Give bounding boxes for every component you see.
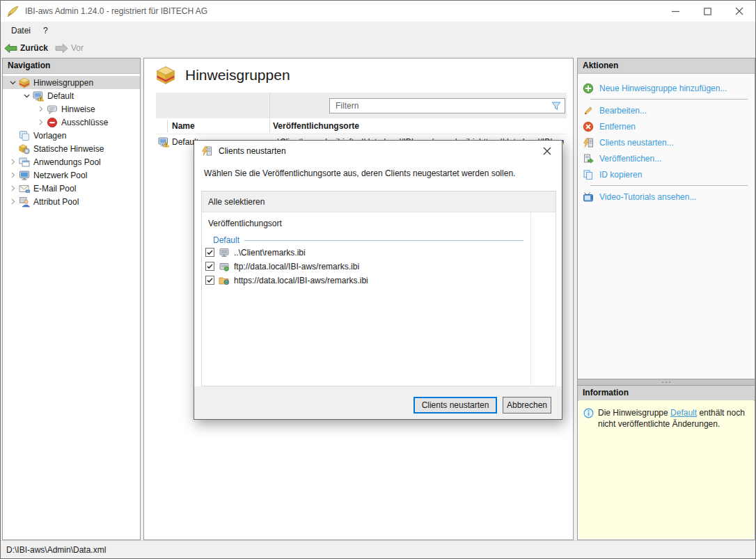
column-separator [269,93,270,118]
tree-item-label: E-Mail Pool [33,184,76,194]
tree-item-label: Default [47,91,74,101]
default-group-link[interactable]: Default [670,408,697,418]
cancel-button[interactable]: Abbrechen [503,397,551,414]
action-copy-id[interactable]: ID kopieren [578,166,755,182]
forward-label: Vor [71,43,84,53]
close-button[interactable] [723,1,755,22]
chevron-down-icon[interactable] [7,77,19,88]
panel-splitter[interactable] [577,379,755,385]
menu-help[interactable]: ? [37,22,54,39]
computer-icon [219,247,230,258]
minus-circle-icon [47,117,58,128]
template-icon [19,130,30,141]
tree-item-label: Ausschlüsse [61,118,108,127]
checkbox-checked[interactable] [205,276,214,285]
copy-icon [583,169,594,180]
group-row-default: Default [202,235,523,245]
close-icon [735,7,743,15]
action-edit[interactable]: Bearbeiten... [578,102,755,118]
static-notice-icon [19,143,30,155]
tree-item-statische-hinweise[interactable]: Statische Hinweise [3,142,140,155]
publish-location-item[interactable]: ftp://data.local/IBI-aws/remarks.ibi [202,260,556,273]
chevron-down-icon[interactable] [21,90,33,102]
publish-location-item[interactable]: ..\Client\remarks.ibi [202,246,556,259]
tree-item-label: Anwendungs Pool [33,157,101,167]
minimize-button[interactable] [659,1,691,22]
maximize-button[interactable] [691,1,723,22]
action-video-tutorials[interactable]: Video-Tutorials ansehen... [578,189,755,205]
forward-button[interactable]: Vor [52,40,87,56]
tree-item-label: Vorlagen [33,131,66,141]
ftp-icon [219,261,230,272]
checkbox-checked[interactable] [205,248,214,257]
chevron-right-icon[interactable] [7,183,19,194]
filter-input[interactable] [329,98,565,113]
monitor-warning-icon [158,136,169,148]
chevron-right-icon[interactable] [35,117,47,128]
column-separator [530,212,531,386]
action-restart-clients[interactable]: Clients neustarten... [578,134,755,150]
tree-item-default[interactable]: Default [3,89,140,102]
action-label: Veröffentlichen... [599,154,661,164]
select-all-header[interactable]: Alle selektieren [202,191,556,212]
minimize-icon [672,8,679,15]
chevron-right-icon[interactable] [7,170,19,181]
filter-funnel-icon[interactable] [551,100,562,111]
tree-item-ausschluesse[interactable]: Ausschlüsse [3,116,140,129]
toolbar: Zurück Vor [1,39,755,57]
chevron-right-icon[interactable] [7,196,19,207]
publish-location-label: ..\Client\remarks.ibi [234,248,306,258]
publish-location-item[interactable]: https://data.local/IBI-aws/remarks.ibi [202,274,556,287]
dialog-close-button[interactable] [533,141,562,162]
data-file-path: D:\IBI-aws\Admin\Data.xml [6,545,106,555]
back-button[interactable]: Zurück [1,40,52,56]
chevron-right-icon[interactable] [7,157,19,168]
column-header-name[interactable]: Name [172,121,195,131]
restart-clients-button[interactable]: Clients neustarten [414,397,497,414]
monitor-warning-icon [33,90,44,102]
tree-item-anwendungs-pool[interactable]: Anwendungs Pool [3,155,140,168]
tree-item-hinweise[interactable]: Hinweise [3,102,140,116]
notice-group-icon [155,65,176,85]
action-label: Entfernen [599,122,636,132]
back-label: Zurück [20,43,48,53]
chevron-spacer [7,143,19,155]
group-line [244,240,523,241]
publish-location-label: ftp://data.local/IBI-aws/remarks.ibi [234,262,359,271]
page-title: Hinweisgruppen [185,67,290,84]
checkbox-checked[interactable] [205,262,214,271]
tree-item-vorlagen[interactable]: Vorlagen [3,129,140,142]
menu-bar: Datei ? [1,22,755,39]
app-pool-icon [19,157,30,168]
close-icon [543,147,551,155]
info-icon [583,408,594,418]
status-bar: D:\IBI-aws\Admin\Data.xml [1,540,755,558]
email-pool-icon [19,183,30,194]
column-header-locations[interactable]: Veröffentlichungsorte [273,121,359,131]
restart-clients-icon [583,137,594,148]
tree-item-label: Netzwerk Pool [33,171,87,180]
tree-item-netzwerk-pool[interactable]: Netzwerk Pool [3,168,140,182]
action-add-notice-group[interactable]: Neue Hinweisgruppe hinzufügen... [578,80,755,96]
speech-bubble-icon [47,104,58,115]
separator [590,185,748,186]
publish-location-label: https://data.local/IBI-aws/remarks.ibi [234,276,368,285]
network-pool-icon [19,170,30,181]
actions-header: Aktionen [578,58,755,74]
dialog-title: Clients neustarten [219,146,286,156]
tree-item-attribut-pool[interactable]: Attribut Pool [3,195,140,208]
publish-location-list: Alle selektieren Veröffentlichungsort De… [201,191,556,386]
chevron-spacer [7,130,19,141]
tree-item-hinweisgruppen[interactable]: Hinweisgruppen [3,76,140,89]
publish-icon [583,153,594,164]
list-column-header[interactable]: Veröffentlichungsort [202,212,556,230]
menu-file[interactable]: Datei [5,22,37,39]
restart-clients-icon [201,145,212,157]
action-publish[interactable]: Veröffentlichen... [578,150,755,166]
edit-icon [583,105,594,116]
info-text-before: Die Hinweisgruppe [598,408,670,418]
action-remove[interactable]: Entfernen [578,118,755,134]
information-text: Die Hinweisgruppe Default enthält noch n… [598,407,748,539]
chevron-right-icon[interactable] [35,104,47,115]
tree-item-email-pool[interactable]: E-Mail Pool [3,182,140,195]
